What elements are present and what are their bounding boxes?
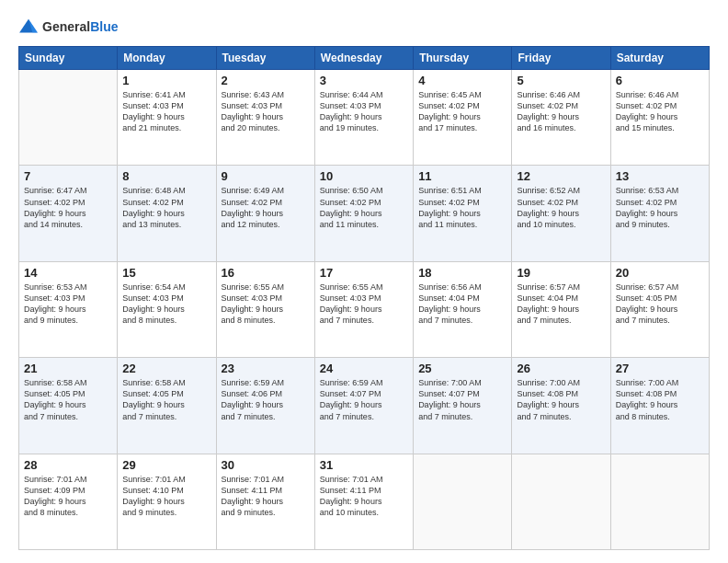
day-number: 19: [517, 266, 605, 280]
day-info: Sunrise: 6:53 AMSunset: 4:02 PMDaylight:…: [616, 185, 704, 230]
calendar-header-row: SundayMondayTuesdayWednesdayThursdayFrid…: [19, 47, 710, 70]
day-number: 28: [24, 458, 112, 472]
day-number: 27: [616, 362, 704, 375]
calendar-header-monday: Monday: [118, 47, 216, 70]
calendar-cell: 23Sunrise: 6:59 AMSunset: 4:06 PMDayligh…: [216, 358, 314, 454]
calendar-cell: 3Sunrise: 6:44 AMSunset: 4:03 PMDaylight…: [314, 70, 413, 166]
calendar-cell: 7Sunrise: 6:47 AMSunset: 4:02 PMDaylight…: [19, 166, 118, 261]
calendar-cell: 10Sunrise: 6:50 AMSunset: 4:02 PMDayligh…: [314, 166, 413, 261]
day-info: Sunrise: 6:45 AMSunset: 4:02 PMDaylight:…: [418, 89, 506, 134]
calendar-cell: 17Sunrise: 6:55 AMSunset: 4:03 PMDayligh…: [314, 261, 413, 357]
day-number: 18: [418, 266, 506, 280]
day-info: Sunrise: 6:54 AMSunset: 4:03 PMDaylight:…: [122, 282, 210, 327]
calendar-cell: 1Sunrise: 6:41 AMSunset: 4:03 PMDaylight…: [118, 70, 216, 166]
logo-text-general: General: [42, 19, 90, 34]
day-info: Sunrise: 7:00 AMSunset: 4:08 PMDaylight:…: [616, 377, 704, 422]
day-number: 31: [320, 458, 408, 472]
day-number: 4: [418, 74, 506, 87]
day-info: Sunrise: 6:59 AMSunset: 4:07 PMDaylight:…: [320, 377, 408, 422]
calendar-week-row: 14Sunrise: 6:53 AMSunset: 4:03 PMDayligh…: [19, 261, 710, 357]
calendar-cell: 27Sunrise: 7:00 AMSunset: 4:08 PMDayligh…: [610, 358, 709, 454]
calendar-cell: 20Sunrise: 6:57 AMSunset: 4:05 PMDayligh…: [610, 261, 709, 357]
calendar-cell: 30Sunrise: 7:01 AMSunset: 4:11 PMDayligh…: [216, 454, 314, 549]
calendar-cell: 24Sunrise: 6:59 AMSunset: 4:07 PMDayligh…: [314, 358, 413, 454]
day-info: Sunrise: 6:48 AMSunset: 4:02 PMDaylight:…: [122, 185, 210, 230]
calendar-cell: 29Sunrise: 7:01 AMSunset: 4:10 PMDayligh…: [118, 454, 216, 549]
day-info: Sunrise: 6:52 AMSunset: 4:02 PMDaylight:…: [517, 185, 605, 230]
calendar-table: SundayMondayTuesdayWednesdayThursdayFrid…: [18, 46, 710, 550]
day-info: Sunrise: 7:01 AMSunset: 4:09 PMDaylight:…: [24, 474, 112, 519]
page: GeneralBlue SundayMondayTuesdayWednesday…: [0, 0, 728, 563]
calendar-cell: 4Sunrise: 6:45 AMSunset: 4:02 PMDaylight…: [414, 70, 512, 166]
calendar-cell: [414, 454, 512, 549]
day-info: Sunrise: 6:51 AMSunset: 4:02 PMDaylight:…: [418, 185, 506, 230]
logo-text-blue: Blue: [90, 19, 118, 34]
day-number: 2: [222, 74, 310, 87]
calendar-cell: 31Sunrise: 7:01 AMSunset: 4:11 PMDayligh…: [314, 454, 413, 549]
calendar-header-saturday: Saturday: [610, 47, 709, 70]
day-number: 14: [24, 266, 112, 280]
day-info: Sunrise: 6:56 AMSunset: 4:04 PMDaylight:…: [418, 282, 506, 327]
day-number: 15: [122, 266, 210, 280]
day-number: 23: [222, 362, 310, 375]
day-info: Sunrise: 7:01 AMSunset: 4:11 PMDaylight:…: [320, 474, 408, 519]
calendar-week-row: 21Sunrise: 6:58 AMSunset: 4:05 PMDayligh…: [19, 358, 710, 454]
day-number: 30: [222, 458, 310, 472]
day-number: 20: [616, 266, 704, 280]
calendar-cell: [19, 70, 118, 166]
day-number: 11: [418, 169, 506, 183]
day-info: Sunrise: 6:44 AMSunset: 4:03 PMDaylight:…: [320, 89, 408, 134]
calendar-cell: 14Sunrise: 6:53 AMSunset: 4:03 PMDayligh…: [19, 261, 118, 357]
day-info: Sunrise: 6:55 AMSunset: 4:03 PMDaylight:…: [222, 282, 310, 327]
day-info: Sunrise: 6:53 AMSunset: 4:03 PMDaylight:…: [24, 282, 112, 327]
calendar-cell: 8Sunrise: 6:48 AMSunset: 4:02 PMDaylight…: [118, 166, 216, 261]
calendar-header-friday: Friday: [512, 47, 610, 70]
logo-icon: [18, 17, 39, 37]
calendar-week-row: 7Sunrise: 6:47 AMSunset: 4:02 PMDaylight…: [19, 166, 710, 261]
calendar-cell: 25Sunrise: 7:00 AMSunset: 4:07 PMDayligh…: [414, 358, 512, 454]
calendar-cell: 21Sunrise: 6:58 AMSunset: 4:05 PMDayligh…: [19, 358, 118, 454]
day-number: 8: [122, 169, 210, 183]
day-number: 26: [517, 362, 605, 375]
day-number: 5: [517, 74, 605, 87]
calendar-cell: 5Sunrise: 6:46 AMSunset: 4:02 PMDaylight…: [512, 70, 610, 166]
calendar-cell: 16Sunrise: 6:55 AMSunset: 4:03 PMDayligh…: [216, 261, 314, 357]
calendar-cell: 12Sunrise: 6:52 AMSunset: 4:02 PMDayligh…: [512, 166, 610, 261]
day-number: 29: [122, 458, 210, 472]
calendar-week-row: 28Sunrise: 7:01 AMSunset: 4:09 PMDayligh…: [19, 454, 710, 549]
day-number: 21: [24, 362, 112, 375]
calendar-cell: 28Sunrise: 7:01 AMSunset: 4:09 PMDayligh…: [19, 454, 118, 549]
calendar-cell: 18Sunrise: 6:56 AMSunset: 4:04 PMDayligh…: [414, 261, 512, 357]
calendar-cell: 26Sunrise: 7:00 AMSunset: 4:08 PMDayligh…: [512, 358, 610, 454]
day-info: Sunrise: 6:57 AMSunset: 4:04 PMDaylight:…: [517, 282, 605, 327]
day-info: Sunrise: 6:43 AMSunset: 4:03 PMDaylight:…: [222, 89, 310, 134]
day-number: 16: [222, 266, 310, 280]
day-number: 13: [616, 169, 704, 183]
day-number: 3: [320, 74, 408, 87]
day-info: Sunrise: 6:41 AMSunset: 4:03 PMDaylight:…: [122, 89, 210, 134]
calendar-week-row: 1Sunrise: 6:41 AMSunset: 4:03 PMDaylight…: [19, 70, 710, 166]
calendar-cell: 15Sunrise: 6:54 AMSunset: 4:03 PMDayligh…: [118, 261, 216, 357]
header: GeneralBlue: [18, 17, 710, 37]
day-number: 24: [320, 362, 408, 375]
day-info: Sunrise: 6:50 AMSunset: 4:02 PMDaylight:…: [320, 185, 408, 230]
day-info: Sunrise: 7:01 AMSunset: 4:10 PMDaylight:…: [122, 474, 210, 519]
day-info: Sunrise: 6:58 AMSunset: 4:05 PMDaylight:…: [24, 377, 112, 422]
day-number: 1: [122, 74, 210, 87]
calendar-header-thursday: Thursday: [414, 47, 512, 70]
day-info: Sunrise: 6:57 AMSunset: 4:05 PMDaylight:…: [616, 282, 704, 327]
calendar-cell: [610, 454, 709, 549]
day-number: 10: [320, 169, 408, 183]
day-number: 12: [517, 169, 605, 183]
day-info: Sunrise: 6:58 AMSunset: 4:05 PMDaylight:…: [122, 377, 210, 422]
day-number: 17: [320, 266, 408, 280]
day-number: 7: [24, 169, 112, 183]
calendar-header-tuesday: Tuesday: [216, 47, 314, 70]
calendar-cell: 2Sunrise: 6:43 AMSunset: 4:03 PMDaylight…: [216, 70, 314, 166]
calendar-cell: 6Sunrise: 6:46 AMSunset: 4:02 PMDaylight…: [610, 70, 709, 166]
day-info: Sunrise: 6:55 AMSunset: 4:03 PMDaylight:…: [320, 282, 408, 327]
calendar-cell: 13Sunrise: 6:53 AMSunset: 4:02 PMDayligh…: [610, 166, 709, 261]
calendar-cell: 19Sunrise: 6:57 AMSunset: 4:04 PMDayligh…: [512, 261, 610, 357]
day-number: 25: [418, 362, 506, 375]
calendar-cell: 22Sunrise: 6:58 AMSunset: 4:05 PMDayligh…: [118, 358, 216, 454]
